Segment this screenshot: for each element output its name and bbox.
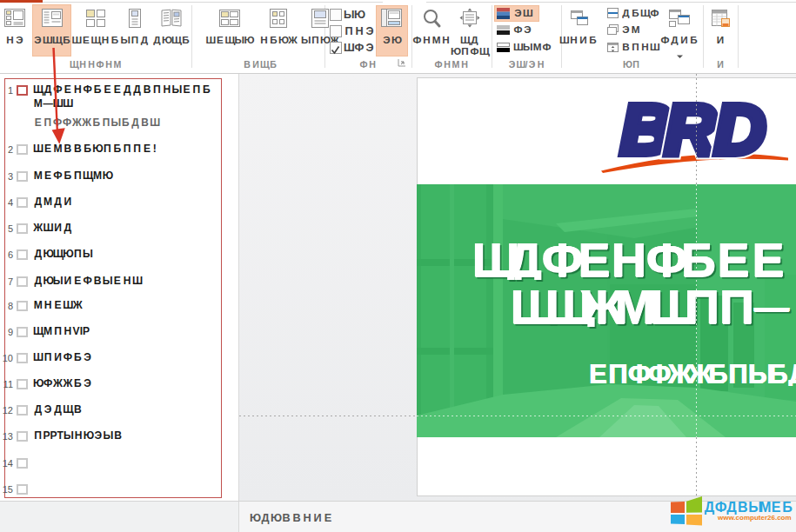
svg-text:R: R — [665, 90, 716, 169]
svg-text:D: D — [714, 90, 766, 169]
